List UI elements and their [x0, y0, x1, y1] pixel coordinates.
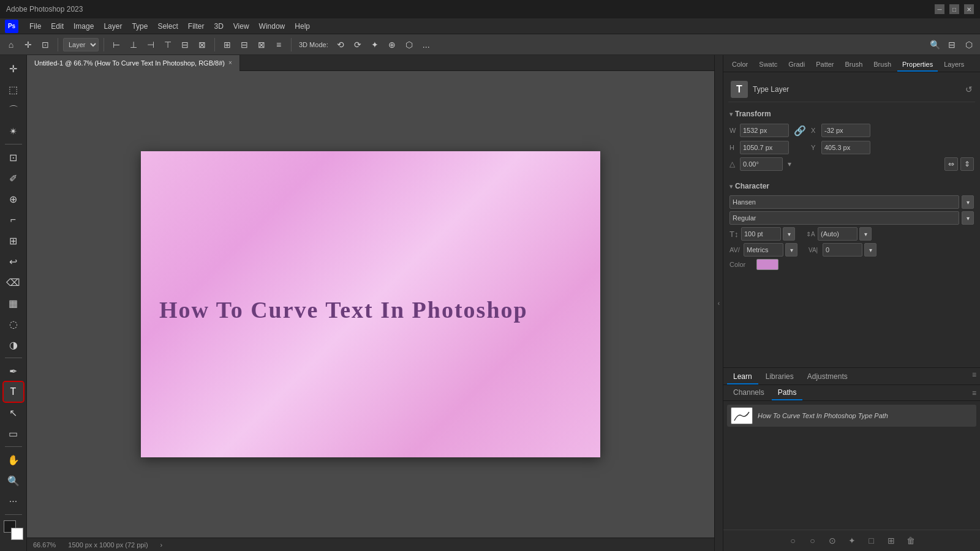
maximize-button[interactable]: □: [949, 4, 959, 14]
align-center-v-icon[interactable]: ⊟: [178, 37, 192, 52]
menu-window[interactable]: Window: [254, 21, 290, 32]
leading-dropdown[interactable]: ▾: [859, 227, 872, 241]
menu-select[interactable]: Select: [153, 21, 183, 32]
3d-roll-icon[interactable]: ⟳: [350, 37, 365, 52]
type-tool[interactable]: T: [4, 382, 23, 402]
move-tool[interactable]: ✛: [4, 59, 23, 78]
menu-3d[interactable]: 3D: [209, 21, 228, 32]
tab-paths[interactable]: Paths: [772, 386, 803, 400]
align-center-h-icon[interactable]: ⊥: [126, 37, 141, 52]
font-size-unit-dropdown[interactable]: ▾: [783, 227, 795, 241]
new-path-button[interactable]: □: [865, 534, 878, 547]
tab-brush2[interactable]: Brush: [869, 58, 896, 72]
distribute-v-icon[interactable]: ≡: [271, 37, 286, 52]
history-brush-tool[interactable]: ↩: [4, 252, 23, 271]
link-wh-icon[interactable]: 🔗: [793, 123, 807, 138]
3d-slide-icon[interactable]: ⊕: [385, 37, 399, 52]
flip-h-button[interactable]: ⇔: [944, 157, 958, 171]
character-section-header[interactable]: ▾ Character: [728, 179, 975, 193]
3d-scale-icon[interactable]: ⬡: [402, 37, 417, 52]
transform-controls[interactable]: ⊡: [38, 37, 53, 52]
more-options-button[interactable]: ...: [419, 37, 434, 52]
panel-menu-icon[interactable]: ≡: [972, 389, 976, 397]
color-swatches[interactable]: [4, 520, 23, 540]
tab-close-button[interactable]: ×: [228, 59, 232, 66]
workspace-button[interactable]: ⊟: [944, 37, 959, 52]
tab-brush1[interactable]: Brush: [840, 58, 868, 72]
marquee-tool[interactable]: ⬚: [4, 80, 23, 99]
tab-adjustments[interactable]: Adjustments: [801, 370, 854, 384]
tab-learn[interactable]: Learn: [727, 370, 758, 384]
distribute-h-icon[interactable]: ⊟: [237, 37, 252, 52]
reset-transform-icon[interactable]: ↺: [965, 84, 973, 94]
menu-help[interactable]: Help: [290, 21, 315, 32]
flip-v-button[interactable]: ⇕: [960, 157, 974, 171]
tab-color[interactable]: Color: [727, 58, 753, 72]
document-tab[interactable]: Untitled-1 @ 66.7% (How To Curve Text In…: [27, 55, 240, 71]
spot-heal-tool[interactable]: ⊕: [4, 189, 23, 209]
menu-type[interactable]: Type: [127, 21, 153, 32]
align-left-icon[interactable]: ⊢: [109, 37, 124, 52]
eyedropper-tool[interactable]: ✐: [4, 168, 23, 188]
angle-unit-dropdown[interactable]: ▾: [788, 160, 791, 168]
menu-layer[interactable]: Layer: [99, 21, 127, 32]
menu-view[interactable]: View: [228, 21, 254, 32]
crop-tool[interactable]: ⊡: [4, 148, 23, 167]
tab-layers[interactable]: Layers: [939, 58, 969, 72]
menu-file[interactable]: File: [24, 21, 46, 32]
magic-wand-tool[interactable]: ✴: [4, 121, 23, 141]
status-arrow[interactable]: ›: [160, 541, 163, 549]
document-canvas[interactable]: How To Curve Text In Photoshop: [141, 151, 600, 457]
kerning-dropdown[interactable]: ▾: [785, 243, 797, 257]
distribute-center-icon[interactable]: ⊠: [254, 37, 269, 52]
tracking-input[interactable]: [823, 243, 862, 257]
3d-pan-icon[interactable]: ✦: [368, 37, 382, 52]
move-tool-options[interactable]: ✛: [21, 37, 36, 52]
path-item[interactable]: How To Curve Text In Photoshop Type Path: [727, 405, 976, 427]
font-size-input[interactable]: [741, 227, 781, 241]
align-right-icon[interactable]: ⊣: [143, 37, 158, 52]
load-selection-button[interactable]: ⊙: [826, 534, 839, 547]
blur-tool[interactable]: ◌: [4, 314, 23, 334]
make-work-path-button[interactable]: ✦: [845, 534, 859, 547]
panel-collapse-handle[interactable]: ‹: [714, 55, 723, 551]
dodge-tool[interactable]: ◑: [4, 335, 23, 354]
close-button[interactable]: ✕: [964, 4, 974, 14]
fill-path-button[interactable]: ○: [786, 534, 800, 547]
pen-tool[interactable]: ✒: [4, 361, 23, 381]
y-input[interactable]: [821, 141, 870, 154]
font-family-dropdown[interactable]: ▾: [962, 195, 974, 209]
distribute-left-icon[interactable]: ⊞: [220, 37, 235, 52]
angle-input[interactable]: [740, 157, 783, 171]
canvas-container[interactable]: How To Curve Text In Photoshop: [27, 71, 714, 538]
gradient-tool[interactable]: ▦: [4, 293, 23, 313]
shape-tool[interactable]: ▭: [4, 424, 23, 443]
share-button[interactable]: ⬡: [962, 37, 976, 52]
minimize-button[interactable]: ─: [935, 4, 944, 14]
tab-libraries[interactable]: Libraries: [760, 370, 800, 384]
font-style-dropdown[interactable]: ▾: [962, 211, 974, 225]
tab-gradient[interactable]: Gradi: [783, 58, 810, 72]
background-color[interactable]: [11, 528, 23, 540]
font-family-input[interactable]: [729, 195, 959, 209]
delete-path-button[interactable]: 🗑: [904, 534, 918, 547]
align-bottom-icon[interactable]: ⊠: [195, 37, 209, 52]
leading-input[interactable]: [818, 227, 858, 241]
zoom-tool[interactable]: 🔍: [4, 471, 23, 490]
menu-image[interactable]: Image: [69, 21, 99, 32]
width-input[interactable]: [740, 124, 789, 137]
search-button[interactable]: 🔍: [927, 37, 942, 52]
more-tools[interactable]: ···: [4, 492, 23, 511]
path-selection-tool[interactable]: ↖: [4, 403, 23, 422]
eraser-tool[interactable]: ⌫: [4, 272, 23, 292]
menu-edit[interactable]: Edit: [46, 21, 69, 32]
lasso-tool[interactable]: ⌒: [4, 100, 23, 120]
menu-filter[interactable]: Filter: [183, 21, 209, 32]
layers-button[interactable]: ⊞: [884, 534, 898, 547]
transform-section-header[interactable]: ▾ Transform: [728, 107, 975, 121]
hand-tool[interactable]: ✋: [4, 450, 23, 470]
tab-properties[interactable]: Properties: [897, 58, 938, 72]
tab-swatches[interactable]: Swatc: [754, 58, 782, 72]
stamp-tool[interactable]: ⊞: [4, 231, 23, 250]
stroke-path-button[interactable]: ○: [806, 534, 820, 547]
